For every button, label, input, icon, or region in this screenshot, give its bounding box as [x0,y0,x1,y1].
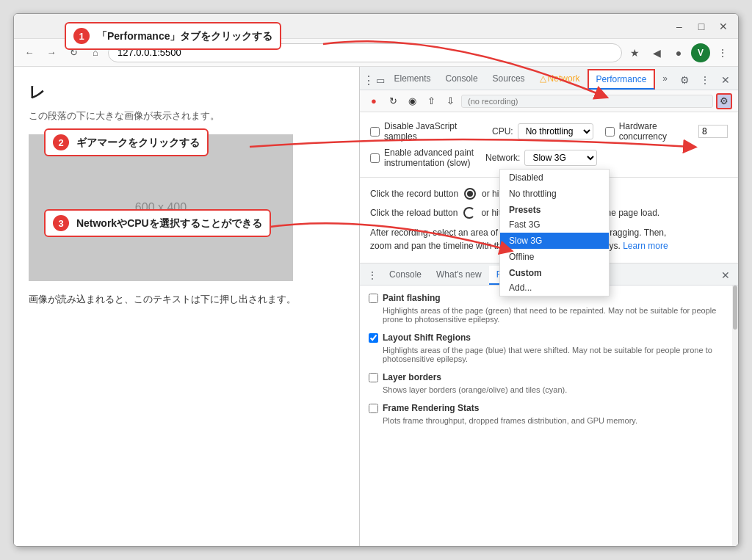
bookmark-button[interactable]: ★ [625,43,644,62]
tab-more[interactable]: » [655,69,675,90]
dropdown-item-no-throttling[interactable]: No throttling [500,186,609,202]
bottom-tab-console[interactable]: Console [382,266,429,285]
tab-network[interactable]: △ Network [532,69,588,90]
record-dot-icon [464,188,476,200]
no-recording-badge: (no recording) [461,95,713,108]
bottom-panel: ⋮ Console What's new Rendering ✕ ✕ [360,263,738,546]
dropdown-group-presets: Presets [500,202,609,217]
devtools-tabbar: ⋮ ▭ Elements Console Sources △ Network P… [360,67,738,90]
window-controls: – □ ✕ [670,18,732,35]
annotation-3: 3 NetworkやCPUを選択することができる [44,209,271,237]
browser-window: – □ ✕ ← → ↻ ⌂ ★ ◀ ● V ⋮ レ この段落の下に大きな画像が表… [13,13,739,547]
clear-button[interactable]: ◉ [404,93,420,109]
devtools-close-icon[interactable]: ✕ [716,70,735,90]
address-right-icons: ★ ◀ ● V ⋮ [625,43,732,62]
dropdown-item-offline[interactable]: Offline [500,249,609,265]
learn-more-link[interactable]: Learn more [623,241,668,251]
bottom-panel-close-icon[interactable]: ✕ [716,266,735,285]
instructions-reload-text: Click the reload button [370,208,458,218]
settings-panel: Disable JavaScript samples CPU: No throt… [360,112,738,178]
advanced-paint-checkbox[interactable] [370,153,380,163]
tab-performance[interactable]: Performance [588,69,656,90]
hardware-concurrency-input[interactable] [698,125,728,138]
reload-record-button[interactable]: ↻ [385,93,401,109]
extensions-button[interactable]: ◀ [647,43,666,62]
network-warning-icon: △ [540,73,546,84]
layer-borders-checkbox[interactable] [369,373,378,382]
upload-button[interactable]: ⇧ [423,93,439,109]
annotation-number-1: 1 [73,28,90,44]
bottom-panel-content: Paint flashing Highlights areas of the p… [360,286,738,546]
hardware-concurrency-label[interactable]: Hardware concurrency [605,121,728,142]
bottom-panel-menu-icon[interactable]: ⋮ [363,266,382,285]
cpu-select-group: CPU: No throttling 2x slowdown 4x slowdo… [492,123,593,139]
disable-js-checkbox[interactable] [370,127,380,137]
forward-button[interactable]: → [42,43,61,62]
menu-button[interactable]: ⋮ [713,43,732,62]
page-subtitle: この段落の下に大きな画像が表示されます。 [29,109,344,123]
image-placeholder: 600 x 400 [29,134,293,281]
settings-row-1: Disable JavaScript samples CPU: No throt… [370,121,728,142]
paint-flashing-section: Paint flashing Highlights areas of the p… [369,293,729,324]
scrollbar-thumb[interactable] [733,286,737,330]
network-select[interactable]: Slow 3G Fast 3G No throttling [524,150,597,166]
disable-js-label[interactable]: Disable JavaScript samples [370,121,480,142]
bottom-tab-whatsnew[interactable]: What's new [429,266,489,285]
tab-sources[interactable]: Sources [485,69,532,90]
settings-row-2: Enable advanced paint instrumentation (s… [370,148,728,168]
devtools-settings-icon[interactable]: ⚙ [675,70,694,90]
annotation-number-3: 3 [53,215,69,231]
dropdown-item-disabled[interactable]: Disabled [500,170,609,186]
instructions-record-text: Click the record button [370,189,458,199]
layout-shift-checkbox[interactable] [369,333,378,343]
network-select-group: Network: Slow 3G Fast 3G No throttling [485,150,597,166]
record-button[interactable]: ● [366,93,382,109]
maximize-button[interactable]: □ [693,18,710,35]
annotation-2: 2 ギアマークをクリックする [44,128,209,156]
devtools-panel: ⋮ ▭ Elements Console Sources △ Network P… [359,67,738,546]
network-dropdown-menu: Disabled No throttling Presets Fast 3G S… [499,169,610,297]
devtools-menu-icon[interactable]: ⋮ [363,70,375,90]
dropdown-item-slow3g[interactable]: Slow 3G [500,233,609,249]
advanced-paint-label[interactable]: Enable advanced paint instrumentation (s… [370,148,474,168]
layer-borders-label[interactable]: Layer borders Shows layer borders (orang… [369,372,729,394]
frame-rendering-label[interactable]: Frame Rendering Stats Plots frame throug… [369,403,729,425]
dropdown-group-custom: Custom [500,265,609,280]
profile-avatar[interactable]: V [691,43,710,62]
page-footer-text: 画像が読み込まれると、このテキストは下に押し出されます。 [29,293,344,306]
frame-rendering-checkbox[interactable] [369,404,378,413]
download-button[interactable]: ⇩ [442,93,458,109]
close-button[interactable]: ✕ [715,18,732,35]
paint-flashing-checkbox[interactable] [369,294,378,303]
cpu-select[interactable]: No throttling 2x slowdown 4x slowdown [518,123,593,139]
hardware-concurrency-checkbox[interactable] [605,127,615,137]
settings-gear-button[interactable]: ⚙ [716,93,732,109]
layer-borders-section: Layer borders Shows layer borders (orang… [369,372,729,394]
bottom-panel-right: ✕ [716,266,738,285]
annotation-number-2: 2 [53,134,69,150]
layout-shift-label[interactable]: Layout Shift Regions Highlights areas of… [369,332,729,363]
layout-shift-section: Layout Shift Regions Highlights areas of… [369,332,729,363]
dropdown-item-fast3g[interactable]: Fast 3G [500,217,609,233]
reload-icon [463,207,475,219]
devtools-toolbar: ● ↻ ◉ ⇧ ⇩ (no recording) ⚙ [360,90,738,112]
minimize-button[interactable]: – [670,18,688,35]
profile-button-alt[interactable]: ● [669,43,688,62]
scrollbar-track[interactable] [732,286,738,546]
devtools-inspect-icon[interactable]: ▭ [375,70,386,90]
annotation-1: 1 「Performance」タブをクリックする [65,22,281,50]
devtools-tab-right-icons: ⚙ ⋮ ✕ [675,70,738,90]
back-button[interactable]: ← [20,43,39,62]
dropdown-item-add[interactable]: Add... [500,280,609,296]
paint-flashing-label[interactable]: Paint flashing Highlights areas of the p… [369,293,729,324]
devtools-more-icon[interactable]: ⋮ [695,70,715,90]
tab-elements[interactable]: Elements [387,69,438,90]
page-title: レ [29,81,344,103]
frame-rendering-section: Frame Rendering Stats Plots frame throug… [369,403,729,425]
tab-console[interactable]: Console [438,69,485,90]
